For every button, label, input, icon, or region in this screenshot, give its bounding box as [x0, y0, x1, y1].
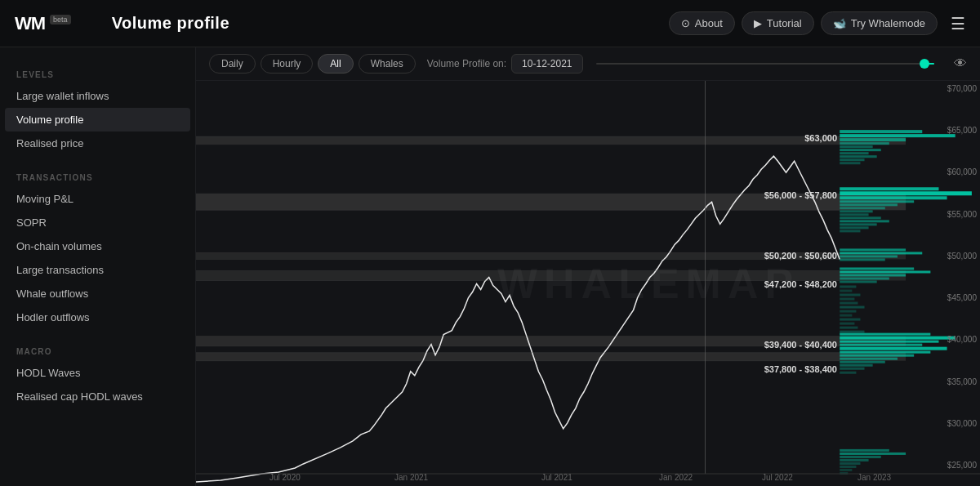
- svg-rect-47: [840, 323, 854, 325]
- svg-rect-25: [840, 220, 889, 222]
- svg-rect-65: [840, 459, 868, 461]
- svg-rect-6: [840, 130, 922, 133]
- svg-rect-17: [840, 191, 972, 195]
- svg-rect-32: [840, 258, 885, 261]
- svg-rect-44: [840, 310, 856, 313]
- profile-on-label: Volume Profile on:: [427, 58, 506, 69]
- logo-text: WM: [15, 13, 45, 34]
- svg-rect-66: [840, 462, 860, 465]
- sidebar-item-large-wallet-inflows[interactable]: Large wallet inflows: [0, 84, 195, 108]
- svg-rect-48: [840, 327, 858, 329]
- svg-rect-54: [840, 347, 947, 350]
- tutorial-button[interactable]: ▶ Tutorial: [742, 11, 814, 35]
- svg-rect-19: [840, 200, 914, 203]
- slider-thumb: [920, 59, 929, 69]
- whale-icon: 🐋: [833, 17, 846, 29]
- svg-rect-23: [840, 213, 868, 216]
- page-title: Volume profile: [112, 14, 669, 33]
- svg-rect-41: [840, 298, 854, 301]
- svg-rect-38: [840, 286, 856, 288]
- svg-rect-20: [840, 203, 898, 206]
- svg-rect-11: [840, 149, 881, 151]
- price-chart: [196, 81, 980, 486]
- whalemode-button[interactable]: 🐋 Try Whalemode: [821, 11, 938, 35]
- about-button[interactable]: ⊙ About: [669, 11, 735, 35]
- header: WM beta Volume profile ⊙ About ▶ Tutoria…: [0, 0, 980, 47]
- svg-rect-12: [840, 152, 868, 154]
- logo: WM beta: [15, 13, 71, 34]
- svg-rect-10: [840, 145, 872, 148]
- sidebar-item-on-chain-volumes[interactable]: On-chain volumes: [0, 234, 195, 258]
- sidebar-item-volume-profile[interactable]: Volume profile: [5, 108, 190, 132]
- hamburger-menu[interactable]: ☰: [951, 14, 965, 33]
- chart-area: Daily Hourly All Whales Volume Profile o…: [196, 47, 980, 486]
- section-label-macro: MACRO: [0, 339, 195, 361]
- whalemode-label: Try Whalemode: [851, 17, 925, 29]
- header-buttons: ⊙ About ▶ Tutorial 🐋 Try Whalemode: [669, 11, 938, 35]
- svg-rect-43: [840, 306, 864, 309]
- svg-rect-60: [840, 368, 864, 370]
- main-layout: LEVELS Large wallet inflows Volume profi…: [0, 47, 980, 486]
- svg-rect-18: [840, 196, 947, 199]
- svg-rect-45: [840, 314, 852, 317]
- about-icon: ⊙: [681, 17, 690, 29]
- sidebar-item-realised-price[interactable]: Realised price: [0, 132, 195, 155]
- play-icon: ▶: [754, 17, 762, 29]
- x-label-jul2020: Jul 2020: [270, 473, 301, 482]
- section-label-transactions: TRANSACTIONS: [0, 165, 195, 187]
- svg-rect-28: [840, 230, 860, 232]
- sidebar-item-large-transactions[interactable]: Large transactions: [0, 258, 195, 282]
- sidebar-item-realised-cap-hodl-waves[interactable]: Realised cap HODL waves: [0, 385, 195, 408]
- svg-rect-30: [840, 252, 922, 254]
- price-label-63000: $63,000: [804, 133, 837, 143]
- svg-rect-24: [840, 216, 881, 219]
- chart-toolbar: Daily Hourly All Whales Volume Profile o…: [196, 47, 980, 81]
- tab-whales[interactable]: Whales: [359, 54, 416, 74]
- tab-all[interactable]: All: [318, 54, 353, 74]
- svg-rect-26: [840, 223, 876, 225]
- svg-rect-34: [840, 270, 930, 273]
- svg-rect-27: [840, 226, 868, 229]
- tab-hourly[interactable]: Hourly: [261, 54, 314, 74]
- slider-track: [596, 63, 935, 65]
- svg-rect-56: [840, 354, 914, 357]
- price-label-37800: $37,800 - $38,400: [764, 364, 837, 374]
- svg-rect-46: [840, 319, 860, 321]
- svg-rect-49: [840, 331, 864, 333]
- svg-rect-35: [840, 274, 906, 276]
- svg-rect-31: [840, 255, 898, 257]
- x-label-jul2022: Jul 2022: [762, 473, 793, 482]
- date-slider[interactable]: [596, 63, 935, 65]
- price-label-47200: $47,200 - $48,200: [764, 279, 837, 289]
- tutorial-label: Tutorial: [767, 17, 802, 29]
- sidebar-item-moving-pl[interactable]: Moving P&L: [0, 187, 195, 211]
- svg-rect-33: [840, 267, 914, 270]
- eye-icon[interactable]: 👁: [954, 56, 967, 71]
- x-label-jul2021: Jul 2021: [541, 473, 572, 482]
- svg-rect-16: [840, 187, 938, 190]
- tab-daily[interactable]: Daily: [209, 54, 256, 74]
- sidebar-item-hodl-waves[interactable]: HODL Waves: [0, 361, 195, 385]
- x-label-jan2021: Jan 2021: [394, 473, 428, 482]
- sidebar-item-whale-outflows[interactable]: Whale outflows: [0, 282, 195, 305]
- section-label-levels: LEVELS: [0, 62, 195, 84]
- sidebar-item-hodler-outflows[interactable]: Hodler outflows: [0, 305, 195, 329]
- svg-rect-15: [840, 162, 860, 164]
- price-label-39400: $39,400 - $40,400: [764, 340, 837, 350]
- svg-rect-53: [840, 344, 922, 346]
- svg-rect-36: [840, 277, 889, 279]
- svg-rect-63: [840, 453, 906, 455]
- svg-rect-21: [840, 207, 885, 209]
- chart-canvas: WHALEMAP: [196, 81, 980, 486]
- svg-rect-14: [840, 158, 864, 161]
- svg-rect-59: [840, 364, 872, 367]
- sidebar: LEVELS Large wallet inflows Volume profi…: [0, 47, 196, 486]
- svg-rect-52: [840, 341, 938, 343]
- svg-rect-40: [840, 294, 860, 297]
- svg-rect-50: [840, 333, 930, 336]
- x-label-jan2023: Jan 2023: [858, 473, 891, 482]
- x-label-jan2022: Jan 2022: [659, 473, 693, 482]
- sidebar-item-sopr[interactable]: SOPR: [0, 211, 195, 234]
- svg-rect-57: [840, 358, 898, 360]
- svg-rect-58: [840, 361, 885, 363]
